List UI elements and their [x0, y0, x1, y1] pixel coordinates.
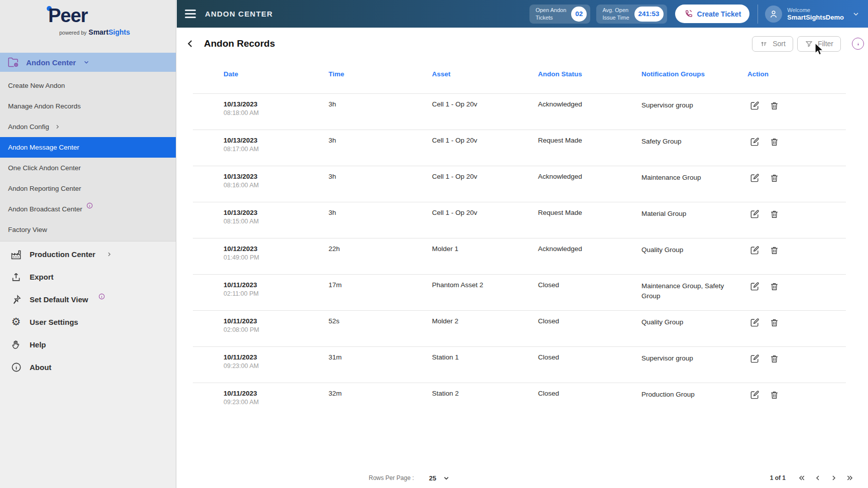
- chevron-down-icon: [443, 474, 450, 482]
- cell-notification-groups: Maintenance Group: [641, 173, 747, 183]
- back-button[interactable]: [185, 38, 197, 49]
- hand-icon: [10, 339, 22, 350]
- edit-icon[interactable]: [750, 101, 759, 110]
- sidebar-nav-list: Create New Andon Manage Andon Records An…: [0, 75, 176, 240]
- delete-icon[interactable]: [770, 354, 779, 363]
- delete-icon[interactable]: [770, 137, 779, 147]
- cell-asset: Cell 1 - Op 20v: [432, 137, 538, 144]
- cell-asset: Cell 1 - Op 20v: [432, 173, 538, 180]
- cell-time-of-day: 01:49:00 PM: [224, 254, 329, 261]
- edit-icon[interactable]: [750, 318, 759, 327]
- sidebar-item-export[interactable]: Export: [0, 266, 176, 288]
- delete-icon[interactable]: [770, 246, 779, 255]
- cell-status: Closed: [538, 281, 641, 289]
- cell-date: 10/11/2023: [224, 281, 329, 289]
- sidebar-item-help[interactable]: Help: [0, 333, 176, 356]
- info-button[interactable]: [852, 38, 864, 50]
- create-ticket-label: Create Ticket: [697, 10, 741, 18]
- chevron-down-icon: [852, 10, 860, 18]
- edit-icon[interactable]: [750, 390, 759, 400]
- sidebar-tool-label: Help: [30, 340, 46, 349]
- delete-icon[interactable]: [770, 390, 779, 400]
- table-row: 10/13/2023 08:17:00 AM 3h Cell 1 - Op 20…: [193, 130, 846, 166]
- cell-date: 10/11/2023: [224, 390, 329, 397]
- chevron-down-icon: [83, 59, 90, 66]
- sidebar-item-production-center[interactable]: Production Center: [0, 243, 176, 266]
- stat-label: Open Andon Tickets: [535, 7, 566, 21]
- next-page-button[interactable]: [830, 474, 838, 482]
- sidebar-item-andon-message-center[interactable]: Andon Message Center: [0, 137, 176, 158]
- previous-page-button[interactable]: [814, 474, 822, 482]
- delete-icon[interactable]: [770, 282, 779, 291]
- edit-icon[interactable]: [750, 246, 759, 255]
- edit-icon[interactable]: [750, 137, 759, 147]
- delete-icon[interactable]: [770, 318, 779, 327]
- cell-time-of-day: 08:16:00 AM: [224, 182, 329, 189]
- brand-logo: Peer powered bySmartSights: [0, 0, 176, 53]
- cell-duration: 22h: [329, 245, 432, 253]
- sidebar-item-about[interactable]: About: [0, 356, 176, 379]
- cell-asset: Station 2: [432, 390, 538, 397]
- cell-duration: 31m: [329, 353, 432, 361]
- cell-date: 10/13/2023: [224, 209, 329, 216]
- sidebar-item-andon-center[interactable]: Andon Center: [0, 53, 176, 72]
- welcome-label: Welcome: [787, 7, 844, 13]
- stat-value: 241:53: [634, 7, 664, 22]
- sidebar-item-andon-broadcast-center[interactable]: Andon Broadcast Center: [0, 199, 176, 219]
- delete-icon[interactable]: [770, 209, 779, 219]
- sidebar-item-create-new-andon[interactable]: Create New Andon: [0, 75, 176, 96]
- edit-icon[interactable]: [750, 354, 759, 363]
- sidebar-tool-label: User Settings: [30, 318, 78, 326]
- delete-icon[interactable]: [770, 101, 779, 110]
- first-page-button[interactable]: [798, 474, 806, 482]
- info-icon: [86, 202, 93, 209]
- topbar-divider: [757, 5, 758, 24]
- page-indicator: 1 of 1: [770, 474, 786, 481]
- app-title: ANDON CENTER: [205, 10, 273, 18]
- hamburger-menu-icon[interactable]: [185, 8, 197, 21]
- filter-button[interactable]: Filter: [797, 36, 841, 52]
- sidebar-parent-label: Andon Center: [26, 58, 76, 67]
- sidebar-item-one-click-andon-center[interactable]: One Click Andon Center: [0, 158, 176, 178]
- cell-time-of-day: 09:23:00 AM: [224, 399, 329, 406]
- edit-icon[interactable]: [750, 209, 759, 219]
- chevron-right-icon: [54, 124, 61, 130]
- stat-value: 02: [571, 7, 587, 22]
- cell-notification-groups: Maintenance Group, Safety Group: [641, 281, 747, 301]
- create-ticket-button[interactable]: Create Ticket: [675, 5, 750, 23]
- sidebar-item-label: Manage Andon Records: [8, 102, 81, 110]
- sidebar-item-user-settings[interactable]: ⚙ User Settings: [0, 311, 176, 333]
- last-page-button[interactable]: [846, 474, 854, 482]
- table-row: 10/11/2023 02:11:00 PM 17m Phantom Asset…: [193, 274, 846, 310]
- cell-duration: 52s: [329, 317, 432, 325]
- sidebar-item-andon-reporting-center[interactable]: Andon Reporting Center: [0, 178, 176, 199]
- edit-icon[interactable]: [750, 282, 759, 291]
- page-actions: Sort Filter: [752, 36, 864, 52]
- cell-time-of-day: 02:08:00 PM: [224, 326, 329, 333]
- cell-notification-groups: Supervisor group: [641, 100, 747, 110]
- factory-icon: [10, 249, 22, 261]
- cell-status: Acknowledged: [538, 245, 641, 253]
- sidebar-tool-label: Production Center: [30, 250, 95, 259]
- sort-button[interactable]: Sort: [752, 36, 793, 52]
- sidebar-item-label: One Click Andon Center: [8, 164, 81, 172]
- sidebar-item-factory-view[interactable]: Factory View: [0, 219, 176, 240]
- sidebar-item-label: Andon Reporting Center: [8, 185, 81, 192]
- cell-date: 10/13/2023: [224, 137, 329, 144]
- cell-notification-groups: Quality Group: [641, 317, 747, 327]
- chevron-right-icon: [106, 251, 113, 258]
- sidebar-item-andon-config[interactable]: Andon Config: [0, 116, 176, 137]
- delete-icon[interactable]: [770, 173, 779, 183]
- column-header-action: Action: [747, 70, 846, 78]
- cell-time-of-day: 08:17:00 AM: [224, 146, 329, 153]
- sidebar-item-set-default-view[interactable]: Set Default View: [0, 288, 176, 311]
- sidebar-item-label: Andon Broadcast Center: [8, 205, 82, 213]
- rows-per-page-select[interactable]: 25: [414, 474, 450, 482]
- sidebar-tools: Production Center Export Set Default Vie…: [0, 241, 176, 488]
- sidebar-item-label: Andon Message Center: [8, 144, 79, 151]
- edit-icon[interactable]: [750, 173, 759, 183]
- user-menu[interactable]: Welcome SmartSightsDemo: [765, 6, 863, 23]
- filter-label: Filter: [818, 40, 833, 48]
- sidebar-item-manage-andon-records[interactable]: Manage Andon Records: [0, 96, 176, 116]
- cell-status: Closed: [538, 353, 641, 361]
